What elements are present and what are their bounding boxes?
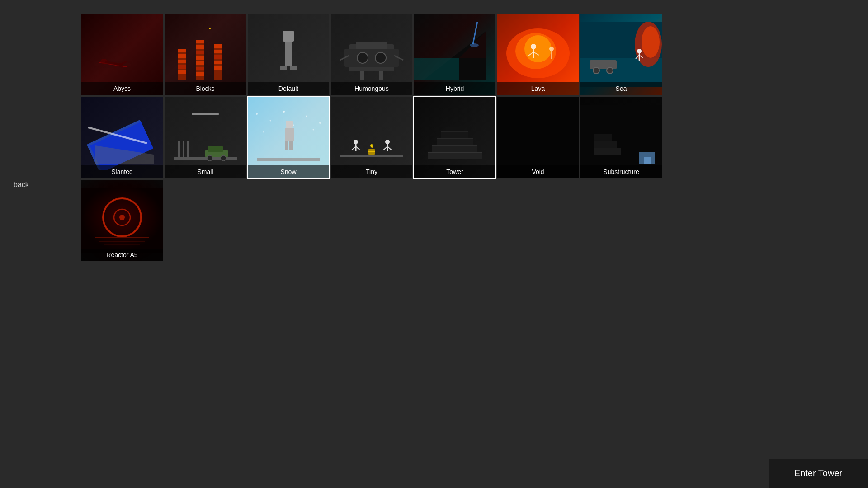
svg-rect-91 bbox=[257, 158, 320, 161]
blocks-label: Blocks bbox=[165, 82, 246, 95]
svg-point-100 bbox=[370, 144, 373, 147]
map-card-reactor[interactable]: Reactor A5 bbox=[81, 180, 163, 261]
svg-rect-108 bbox=[441, 132, 468, 139]
svg-point-74 bbox=[207, 155, 212, 161]
svg-rect-110 bbox=[428, 152, 482, 153]
svg-rect-111 bbox=[432, 145, 477, 146]
map-grid: Abyss bbox=[77, 9, 868, 266]
svg-rect-120 bbox=[644, 157, 651, 164]
map-card-tiny[interactable]: Tiny bbox=[331, 97, 412, 178]
map-card-lava[interactable]: Lava bbox=[497, 14, 579, 95]
svg-rect-90 bbox=[289, 141, 293, 150]
svg-point-65 bbox=[607, 67, 613, 74]
svg-rect-73 bbox=[208, 146, 223, 152]
svg-rect-7 bbox=[178, 49, 186, 52]
svg-point-83 bbox=[319, 122, 321, 124]
svg-point-53 bbox=[549, 47, 554, 51]
enter-tower-button[interactable]: Enter Tower bbox=[769, 459, 868, 488]
map-card-humongous[interactable]: Humongous bbox=[331, 14, 412, 95]
svg-point-35 bbox=[375, 52, 386, 63]
svg-rect-63 bbox=[590, 60, 617, 69]
svg-rect-13 bbox=[196, 40, 204, 43]
svg-rect-89 bbox=[285, 141, 288, 150]
svg-point-124 bbox=[119, 215, 125, 220]
svg-rect-31 bbox=[290, 66, 297, 70]
humongous-label: Humongous bbox=[331, 82, 412, 95]
svg-rect-113 bbox=[441, 131, 468, 132]
svg-rect-8 bbox=[178, 54, 186, 58]
lava-label: Lava bbox=[497, 82, 579, 95]
svg-rect-21 bbox=[214, 44, 222, 48]
svg-rect-78 bbox=[187, 141, 189, 157]
svg-rect-25 bbox=[214, 66, 222, 70]
svg-point-64 bbox=[593, 67, 599, 74]
svg-rect-92 bbox=[340, 155, 403, 157]
svg-point-45 bbox=[470, 43, 479, 47]
svg-point-79 bbox=[256, 113, 258, 115]
svg-rect-28 bbox=[283, 31, 294, 42]
svg-rect-39 bbox=[360, 71, 364, 80]
map-grid-container: Abyss bbox=[77, 9, 868, 488]
svg-rect-6 bbox=[178, 49, 186, 80]
svg-rect-112 bbox=[437, 138, 473, 139]
svg-rect-17 bbox=[196, 61, 204, 65]
substructure-label: Substructure bbox=[580, 165, 662, 178]
map-card-sea[interactable]: Sea bbox=[580, 14, 662, 95]
svg-rect-10 bbox=[178, 65, 186, 69]
svg-rect-105 bbox=[428, 152, 482, 159]
svg-rect-29 bbox=[285, 42, 292, 66]
svg-rect-23 bbox=[214, 55, 222, 59]
svg-point-80 bbox=[270, 120, 271, 121]
svg-rect-87 bbox=[286, 121, 293, 128]
abyss-label: Abyss bbox=[81, 82, 163, 95]
map-card-substructure[interactable]: Substructure bbox=[580, 97, 662, 178]
svg-rect-16 bbox=[196, 56, 204, 60]
map-card-slanted[interactable]: Slanted bbox=[81, 97, 163, 178]
svg-point-84 bbox=[263, 131, 264, 132]
svg-rect-33 bbox=[344, 49, 399, 67]
svg-point-58 bbox=[642, 26, 660, 58]
svg-point-27 bbox=[209, 28, 211, 29]
svg-rect-11 bbox=[178, 70, 186, 74]
map-card-hybrid[interactable]: Hybrid bbox=[414, 14, 495, 95]
tower-label: Tower bbox=[414, 165, 495, 178]
map-card-tower[interactable]: Tower bbox=[414, 97, 495, 178]
svg-point-101 bbox=[385, 140, 390, 144]
svg-point-86 bbox=[313, 129, 314, 130]
map-card-snow[interactable]: Snow bbox=[248, 97, 329, 178]
svg-rect-117 bbox=[594, 141, 617, 148]
svg-rect-116 bbox=[594, 148, 621, 155]
svg-point-48 bbox=[524, 35, 552, 62]
svg-rect-19 bbox=[196, 72, 204, 76]
svg-rect-15 bbox=[196, 51, 204, 54]
svg-point-59 bbox=[637, 49, 642, 53]
svg-rect-40 bbox=[379, 71, 383, 80]
map-card-default[interactable]: Default bbox=[248, 14, 329, 95]
svg-point-93 bbox=[354, 140, 358, 144]
slanted-label: Slanted bbox=[81, 165, 163, 178]
svg-rect-30 bbox=[280, 66, 287, 70]
map-card-small[interactable]: Small bbox=[165, 97, 246, 178]
svg-rect-88 bbox=[285, 128, 294, 141]
svg-rect-18 bbox=[196, 67, 204, 70]
svg-rect-71 bbox=[174, 157, 237, 160]
map-card-blocks[interactable]: Blocks bbox=[165, 14, 246, 95]
svg-point-34 bbox=[357, 52, 368, 63]
svg-rect-36 bbox=[356, 42, 387, 49]
svg-point-81 bbox=[283, 111, 285, 113]
map-card-abyss[interactable]: Abyss bbox=[81, 14, 163, 95]
void-label: Void bbox=[497, 165, 579, 178]
svg-rect-107 bbox=[437, 139, 473, 146]
svg-rect-118 bbox=[594, 134, 612, 141]
svg-rect-9 bbox=[178, 60, 186, 63]
svg-point-75 bbox=[221, 155, 226, 161]
svg-rect-24 bbox=[214, 61, 222, 64]
svg-point-49 bbox=[531, 44, 536, 49]
back-button[interactable]: back bbox=[14, 181, 29, 189]
map-card-void[interactable]: Void bbox=[497, 97, 579, 178]
svg-point-82 bbox=[306, 115, 307, 117]
tiny-label: Tiny bbox=[331, 165, 412, 178]
svg-rect-22 bbox=[214, 50, 222, 53]
small-label: Small bbox=[165, 165, 246, 178]
sea-label: Sea bbox=[580, 82, 662, 95]
